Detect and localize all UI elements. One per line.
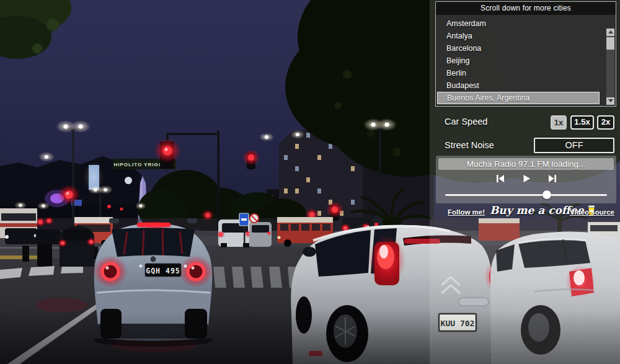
scroll-down-icon — [608, 99, 613, 102]
scrollbar-thumb[interactable] — [606, 37, 614, 50]
next-station-button[interactable] — [546, 173, 559, 184]
app-window: HIPOLITO YRIGOYEN — [0, 0, 620, 364]
previous-station-button[interactable] — [494, 173, 507, 184]
follow-me-link[interactable]: Follow me! — [448, 208, 485, 216]
dark-cars-left — [5, 228, 61, 244]
speed-2x-button[interactable]: 2x — [597, 115, 614, 130]
street-lamp — [291, 130, 304, 139]
radio-player-panel: Mucha Radio 97.1 FM loading... — [436, 156, 616, 203]
play-button[interactable] — [520, 173, 533, 184]
city-list-scrollbar[interactable] — [606, 29, 614, 105]
dark-car-midleft — [58, 226, 96, 267]
slider-thumb[interactable] — [542, 190, 551, 199]
traffic-light — [58, 185, 80, 205]
city-item-budapest[interactable]: Budapest — [436, 79, 600, 92]
scroll-up-icon — [608, 30, 613, 33]
next-track-icon — [547, 174, 557, 184]
car-speed-label: Car Speed — [445, 117, 487, 127]
city-list: Amsterdam Antalya Barcelona Beijing Berl… — [436, 15, 616, 106]
play-icon — [521, 174, 531, 184]
city-item-buenos-aires-selected[interactable]: Buenos Aires, Argentina — [437, 92, 600, 104]
scroll-down-button[interactable] — [606, 97, 614, 105]
city-item-berlin[interactable]: Berlin — [436, 67, 600, 79]
street-lamp — [14, 202, 27, 209]
street-noise-toggle-button[interactable]: OFF — [534, 138, 614, 153]
vignette — [0, 310, 620, 364]
city-list-panel: Scroll down for more cities Amsterdam An… — [435, 1, 616, 107]
volume-slider[interactable] — [445, 190, 607, 200]
city-item-amsterdam[interactable]: Amsterdam — [436, 17, 600, 30]
street-noise-label: Street Noise — [445, 140, 494, 150]
radio-status-text: Mucha Radio 97.1 FM loading... — [438, 158, 614, 170]
city-item-beijing[interactable]: Beijing — [436, 55, 600, 67]
license-plate-center: GQH 495 — [146, 267, 180, 275]
video-source-link[interactable]: Video source — [570, 208, 614, 216]
speed-1-5x-button[interactable]: 1.5x — [570, 115, 594, 130]
city-item-barcelona[interactable]: Barcelona — [436, 42, 600, 55]
street-lamp — [259, 133, 274, 141]
red-bus-right — [479, 218, 520, 241]
scroll-up-button[interactable] — [606, 29, 614, 36]
street-lamp — [135, 202, 146, 210]
street-lamp — [38, 152, 55, 162]
previous-track-icon — [495, 174, 505, 184]
silver-car-center — [249, 222, 272, 247]
slider-track[interactable] — [445, 194, 607, 196]
speed-1x-button[interactable]: 1x — [551, 115, 567, 130]
city-list-header: Scroll down for more cities — [436, 2, 616, 15]
city-item-antalya[interactable]: Antalya — [436, 30, 600, 42]
street-lamp — [37, 202, 50, 210]
radio-transport-controls — [436, 173, 616, 184]
